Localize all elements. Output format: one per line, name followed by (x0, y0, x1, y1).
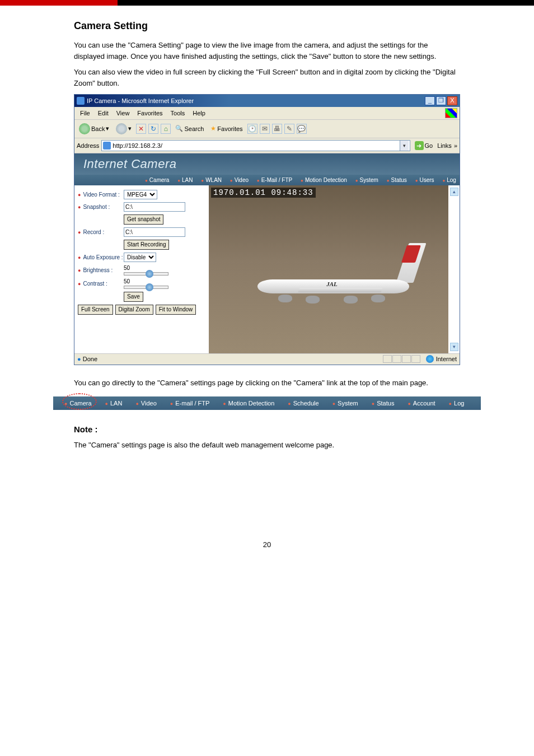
menu-tools[interactable]: Tools (167, 109, 189, 117)
links-label[interactable]: Links (437, 142, 452, 149)
address-label: Address (77, 142, 99, 149)
nav-wlan[interactable]: WLAN (201, 177, 222, 183)
nav-log[interactable]: Log (442, 177, 456, 183)
menu-help[interactable]: Help (189, 109, 209, 117)
status-done-icon: ● (77, 356, 81, 362)
nav-lan[interactable]: LAN (177, 177, 193, 183)
toolbar: Back ▾ ▾ ✕ ↻ ⌂ 🔍Search ★Favorites 🕑 ✉ 🖶 … (74, 120, 460, 138)
ie-icon (77, 97, 85, 105)
video-format-label: Video Format : (78, 192, 124, 198)
go-icon: ➜ (415, 141, 424, 150)
strip-email-ftp[interactable]: E-mail / FTP (170, 400, 210, 407)
forward-button[interactable]: ▾ (114, 122, 134, 136)
fit-to-window-button[interactable]: Fit to Window (156, 305, 196, 315)
app-header: Internet Camera (74, 153, 460, 175)
start-recording-button[interactable]: Start Recording (124, 240, 169, 250)
brightness-slider[interactable] (124, 272, 168, 276)
scroll-up-icon[interactable]: ▴ (450, 188, 458, 196)
stripe-black (118, 0, 534, 6)
close-button[interactable]: X (447, 96, 457, 105)
title-bar: IP Camera - Microsoft Internet Explorer … (74, 95, 460, 107)
discuss-button[interactable]: 💬 (297, 124, 307, 134)
refresh-button[interactable]: ↻ (148, 124, 158, 134)
nav-users[interactable]: Users (415, 177, 434, 183)
strip-camera[interactable]: Camera (64, 400, 92, 407)
nav-motion[interactable]: Motion Detection (301, 177, 347, 183)
status-bar: ● Done Internet (74, 353, 460, 365)
nav-video[interactable]: Video (230, 177, 249, 183)
page-top-stripe (0, 0, 534, 6)
slider-thumb-icon[interactable] (146, 270, 153, 278)
nav-system[interactable]: System (355, 177, 378, 183)
nav-email-ftp[interactable]: E-Mail / FTP (257, 177, 292, 183)
window-title: IP Camera - Microsoft Internet Explorer (87, 97, 194, 104)
controls-panel: Video Format : MPEG4 Snapshot : x Get sn… (74, 185, 209, 353)
airplane-graphic: JAL (247, 256, 419, 313)
minimize-button[interactable]: _ (425, 96, 435, 105)
globe-icon (426, 355, 434, 363)
note-body: The "Camera" settings page is also the d… (74, 440, 460, 451)
app-nav: Camera LAN WLAN Video E-Mail / FTP Motio… (74, 175, 460, 185)
snapshot-path-input[interactable] (124, 202, 185, 212)
video-format-select[interactable]: MPEG4 (124, 190, 157, 199)
menu-view[interactable]: View (113, 109, 133, 117)
auto-exposure-select[interactable]: Disable (124, 253, 156, 262)
strip-system[interactable]: System (332, 400, 358, 407)
address-input[interactable]: http://192.168.2.3/ ▾ (101, 140, 410, 151)
print-button[interactable]: 🖶 (272, 124, 282, 134)
status-segments (383, 355, 420, 363)
paragraph-2: You can also view the video in full scre… (74, 67, 460, 89)
maximize-button[interactable]: ❐ (436, 96, 446, 105)
strip-motion[interactable]: Motion Detection (223, 400, 274, 407)
nav-instruction: You can go directly to the "Camera" sett… (74, 377, 460, 389)
stop-button[interactable]: ✕ (136, 124, 146, 134)
slider-thumb-icon[interactable] (146, 283, 153, 291)
contrast-slider[interactable] (124, 286, 168, 289)
strip-status[interactable]: Status (372, 400, 395, 407)
get-snapshot-button[interactable]: Get snapshot (124, 214, 163, 225)
camera-webapp: Internet Camera Camera LAN WLAN Video E-… (74, 153, 460, 353)
scrollbar[interactable]: ▴ ▾ (450, 188, 458, 351)
section-heading: Camera Setting (74, 20, 460, 32)
page-number: 20 (0, 540, 534, 549)
back-button[interactable]: Back ▾ (77, 122, 111, 136)
menu-file[interactable]: File (77, 109, 93, 117)
save-button[interactable]: Save (124, 292, 143, 302)
video-viewport: JAL 1970.01.01 09:48:33 (209, 185, 448, 353)
home-button[interactable]: ⌂ (161, 124, 171, 134)
contrast-label: Contrast : (78, 281, 124, 287)
edit-button[interactable]: ✎ (284, 124, 294, 134)
strip-lan[interactable]: LAN (105, 400, 123, 407)
strip-log[interactable]: Log (449, 400, 465, 407)
brightness-value: 50 (124, 265, 168, 271)
scroll-down-icon[interactable]: ▾ (450, 343, 458, 351)
note-heading: Note : (74, 424, 460, 434)
record-path-input[interactable] (124, 227, 185, 237)
mail-button[interactable]: ✉ (260, 124, 270, 134)
record-label: Record : (78, 229, 124, 235)
status-text: Done (83, 356, 97, 362)
star-icon: ★ (210, 125, 216, 132)
address-dropdown[interactable]: ▾ (400, 141, 409, 151)
browser-window: IP Camera - Microsoft Internet Explorer … (74, 94, 460, 365)
app-body: Video Format : MPEG4 Snapshot : x Get sn… (74, 185, 460, 353)
digital-zoom-button[interactable]: Digital Zoom (115, 305, 153, 315)
search-icon: 🔍 (175, 125, 183, 132)
strip-video[interactable]: Video (135, 400, 156, 407)
snapshot-label: Snapshot : (78, 204, 124, 210)
video-timestamp: 1970.01.01 09:48:33 (211, 188, 316, 198)
auto-exposure-label: Auto Exposure : (78, 254, 124, 260)
menu-edit[interactable]: Edit (95, 109, 112, 117)
strip-account[interactable]: Account (407, 400, 435, 407)
full-screen-button[interactable]: Full Screen (78, 305, 113, 315)
url-text: http://192.168.2.3/ (113, 142, 399, 149)
strip-schedule[interactable]: Schedule (288, 400, 318, 407)
search-button[interactable]: 🔍Search (173, 124, 206, 133)
history-button[interactable]: 🕑 (247, 124, 257, 134)
menu-favorites[interactable]: Favorites (134, 109, 166, 117)
menu-bar: File Edit View Favorites Tools Help (74, 107, 460, 120)
nav-status[interactable]: Status (387, 177, 407, 183)
nav-camera[interactable]: Camera (145, 177, 169, 183)
go-button[interactable]: ➜Go (413, 141, 435, 150)
favorites-button[interactable]: ★Favorites (208, 124, 245, 133)
